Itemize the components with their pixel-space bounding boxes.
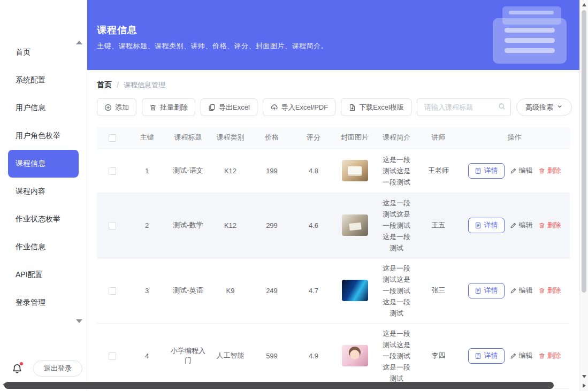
cover-image[interactable] (342, 280, 368, 301)
row-actions: 详情 编辑 删除 (462, 163, 567, 179)
pencil-icon (510, 222, 517, 229)
cell-category: K12 (210, 193, 251, 258)
cell-rating: 4.9 (293, 323, 334, 388)
advanced-search-button[interactable]: 高级搜索 (516, 98, 572, 116)
batch-delete-button[interactable]: 批量删除 (142, 98, 195, 116)
table-row: 4 小学编程入门 人工智能 599 4.9 这是一段测试这是一段测试这是一段测试… (97, 323, 570, 388)
logout-button[interactable]: 退出登录 (33, 361, 82, 377)
cell-teacher: 张三 (418, 258, 459, 323)
search-input[interactable] (423, 103, 498, 112)
scroll-down-arrow-icon[interactable] (582, 375, 586, 378)
cover-image[interactable] (342, 160, 368, 181)
header-id: 主键 (127, 127, 166, 149)
edit-button[interactable]: 编辑 (510, 286, 533, 295)
document-lines-icon (475, 167, 482, 174)
row-checkbox[interactable] (109, 222, 116, 229)
course-table: 主键 课程标题 课程类别 价格 评分 封面图片 课程简介 讲师 操作 1 (97, 127, 570, 391)
header-teacher: 讲师 (418, 127, 459, 149)
edit-button[interactable]: 编辑 (510, 220, 533, 230)
table-header-row: 主键 课程标题 课程类别 价格 评分 封面图片 课程简介 讲师 操作 (97, 127, 570, 149)
plus-circle-icon (104, 104, 112, 111)
toolbar: 添加 批量删除 导出Excel 导入Excel/PDF 下载Excel模版 (97, 98, 570, 116)
scroll-right-arrow-icon[interactable] (583, 384, 586, 388)
sidebar-item-course-content[interactable]: 课程内容 (8, 178, 79, 205)
row-actions: 详情 编辑 删除 (462, 283, 567, 298)
detail-button[interactable]: 详情 (468, 283, 505, 298)
breadcrumb-current: 课程信息管理 (124, 80, 165, 90)
cell-rating: 4.7 (293, 258, 334, 323)
vertical-scrollbar[interactable] (579, 0, 588, 391)
trash-icon (538, 352, 545, 359)
cell-title: 小学编程入门 (166, 323, 210, 388)
scroll-up-arrow-icon[interactable] (582, 3, 586, 6)
row-checkbox[interactable] (109, 352, 116, 360)
breadcrumb: 首页 / 课程信息管理 (97, 80, 570, 90)
delete-button[interactable]: 删除 (538, 351, 561, 361)
header-rating: 评分 (293, 127, 334, 149)
sidebar-item-user-role-enum[interactable]: 用户角色枚举 (8, 122, 79, 150)
trash-icon (149, 104, 157, 111)
vertical-scrollbar-thumb[interactable] (582, 10, 586, 293)
pencil-icon (510, 352, 517, 359)
cover-image[interactable] (342, 214, 368, 236)
cell-price: 199 (251, 149, 293, 193)
header-category: 课程类别 (210, 127, 251, 149)
cell-title: 测试-数学 (166, 193, 210, 258)
table-row: 3 测试-英语 K9 249 4.7 这是一段测试这是一段测试这是一段测试 张三… (97, 258, 570, 323)
detail-button[interactable]: 详情 (468, 163, 505, 179)
sidebar-item-homework-status-enum[interactable]: 作业状态枚举 (8, 205, 79, 233)
cell-teacher: 王老师 (418, 149, 459, 193)
sidebar-scroll-down-icon[interactable] (76, 319, 82, 323)
detail-button[interactable]: 详情 (468, 348, 505, 364)
delete-button[interactable]: 删除 (538, 166, 561, 175)
cell-rating: 4.6 (293, 193, 334, 258)
cover-image[interactable] (342, 345, 368, 366)
sidebar-item-system-config[interactable]: 系统配置 (8, 66, 79, 94)
sidebar-item-api-config[interactable]: API配置 (8, 261, 79, 289)
sidebar-item-home[interactable]: 首页 (8, 39, 79, 66)
cell-id: 2 (127, 193, 166, 258)
cell-price: 599 (251, 323, 293, 388)
sidebar-item-homework-info[interactable]: 作业信息 (8, 233, 79, 261)
export-excel-button[interactable]: 导出Excel (201, 98, 257, 116)
search-box (417, 98, 511, 116)
import-excel-button[interactable]: 导入Excel/PDF (263, 98, 335, 116)
row-checkbox[interactable] (109, 167, 116, 175)
sidebar-item-user-info[interactable]: 用户信息 (8, 94, 79, 122)
row-checkbox[interactable] (109, 287, 116, 295)
pencil-icon (510, 287, 517, 294)
download-template-button[interactable]: 下载Excel模版 (341, 98, 411, 116)
cell-title: 测试-语文 (166, 149, 210, 193)
document-lines-icon (475, 287, 482, 294)
cell-title: 测试-英语 (166, 258, 210, 323)
sidebar-menu: 首页 系统配置 用户信息 用户角色枚举 课程信息 课程内容 作业状态枚举 作业信… (0, 0, 87, 317)
select-all-checkbox[interactable] (109, 134, 116, 142)
header-price: 价格 (251, 127, 293, 149)
detail-button[interactable]: 详情 (468, 218, 505, 233)
header-select-all (97, 127, 127, 149)
cell-intro: 这是一段测试这是一段测试这是一段测试 (375, 193, 418, 258)
add-button[interactable]: 添加 (97, 98, 136, 116)
sidebar-scroll-up-icon[interactable] (76, 41, 82, 44)
edit-button[interactable]: 编辑 (510, 351, 533, 361)
cell-id: 1 (127, 149, 166, 193)
cell-price: 299 (251, 193, 293, 258)
cell-intro: 这是一段测试这是一段测试 (375, 149, 418, 193)
sidebar-item-course-info[interactable]: 课程信息 (8, 150, 79, 178)
main-panel: 课程信息 主键、课程标题、课程类别、讲师、价格、评分、封面图片、课程简介。 首页… (87, 0, 579, 391)
edit-button[interactable]: 编辑 (510, 166, 533, 175)
delete-button[interactable]: 删除 (538, 220, 561, 230)
copy-document-icon (208, 104, 216, 111)
notification-bell-icon[interactable] (12, 363, 22, 374)
cell-category: K12 (210, 149, 251, 193)
cell-id: 3 (127, 258, 166, 323)
search-icon[interactable] (498, 103, 506, 112)
cell-intro: 这是一段测试这是一段测试这是一段测试 (375, 323, 418, 388)
content-area: 首页 / 课程信息管理 添加 批量删除 导出Excel (87, 70, 579, 391)
delete-button[interactable]: 删除 (538, 286, 561, 295)
breadcrumb-home-link[interactable]: 首页 (97, 80, 112, 90)
sidebar-item-login-management[interactable]: 登录管理 (8, 289, 79, 317)
horizontal-scrollbar-thumb[interactable] (4, 382, 554, 389)
sidebar-footer: 退出登录 (0, 361, 87, 377)
cell-id: 4 (127, 323, 166, 388)
